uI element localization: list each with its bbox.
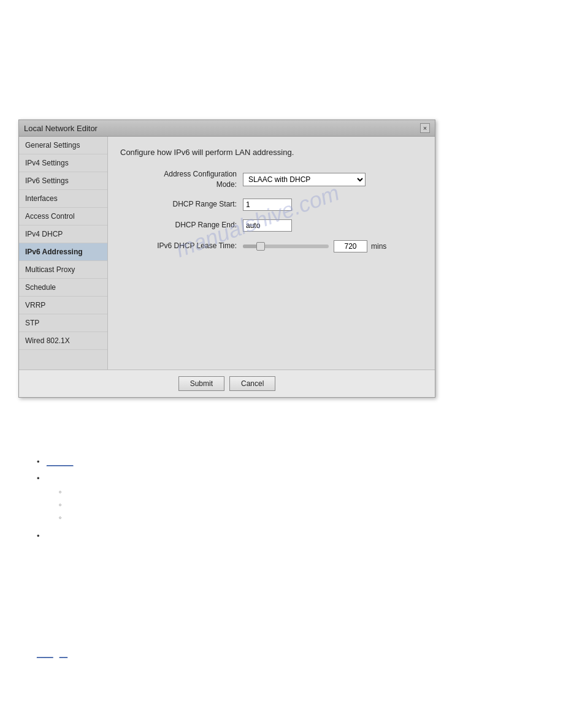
sub-list	[47, 485, 540, 524]
dhcp-range-end-row: DHCP Range End:	[120, 219, 423, 232]
dhcp-range-start-input[interactable]	[243, 199, 292, 211]
sub-list-item	[59, 485, 540, 498]
dhcp-range-start-label: DHCP Range Start:	[120, 199, 243, 210]
dhcp-range-end-label: DHCP Range End:	[120, 220, 243, 230]
slider-container: mins	[243, 240, 386, 252]
sidebar-item-general-settings[interactable]: General Settings	[19, 137, 107, 154]
submit-button[interactable]: Submit	[178, 376, 224, 391]
bottom-link-1[interactable]: ____	[37, 650, 53, 658]
bullet-list: ______	[37, 453, 540, 544]
lease-time-unit: mins	[371, 242, 386, 251]
dhcp-range-start-row: DHCP Range Start:	[120, 199, 423, 211]
close-button[interactable]: ×	[420, 123, 430, 133]
slider-thumb[interactable]	[256, 242, 265, 251]
address-config-label: Address ConfigurationMode:	[120, 169, 243, 190]
cancel-button[interactable]: Cancel	[229, 376, 275, 391]
dialog-title: Local Network Editor	[24, 124, 98, 133]
dialog-container: Local Network Editor × General Settings …	[18, 119, 435, 398]
sub-list-item	[59, 498, 540, 511]
dialog-titlebar: Local Network Editor ×	[19, 120, 435, 137]
sidebar-item-ipv6-addressing[interactable]: IPv6 Addressing	[19, 243, 107, 261]
sidebar-item-schedule[interactable]: Schedule	[19, 279, 107, 297]
list-item	[37, 528, 540, 544]
list-item: ______	[37, 453, 540, 470]
content-description: Configure how IPv6 will perform LAN addr…	[120, 148, 423, 157]
address-config-select[interactable]: SLAAC with DHCP SLAAC DHCP Static	[243, 173, 366, 186]
bottom-link-2[interactable]: __	[59, 650, 67, 658]
content-area: Configure how IPv6 will perform LAN addr…	[108, 137, 435, 370]
list-item-link[interactable]: ______	[47, 457, 73, 466]
sidebar-item-ipv4-dhcp[interactable]: IPv4 DHCP	[19, 226, 107, 243]
address-config-row: Address ConfigurationMode: SLAAC with DH…	[120, 169, 423, 190]
slider-track	[243, 245, 329, 248]
lease-time-input[interactable]	[334, 240, 367, 252]
sidebar-item-vrrp[interactable]: VRRP	[19, 297, 107, 314]
dialog-body: General Settings IPv4 Settings IPv6 Sett…	[19, 137, 435, 370]
lease-time-label: IPv6 DHCP Lease Time:	[120, 241, 243, 251]
bottom-links: ____ __	[37, 650, 540, 658]
sidebar-item-ipv4-settings[interactable]: IPv4 Settings	[19, 154, 107, 172]
local-network-editor-dialog: Local Network Editor × General Settings …	[18, 119, 435, 398]
below-content: ______	[37, 453, 540, 544]
dialog-footer: Submit Cancel	[19, 370, 435, 397]
sidebar-item-ipv6-settings[interactable]: IPv6 Settings	[19, 172, 107, 190]
sidebar-item-interfaces[interactable]: Interfaces	[19, 190, 107, 208]
sidebar: General Settings IPv4 Settings IPv6 Sett…	[19, 137, 108, 370]
sidebar-item-stp[interactable]: STP	[19, 314, 107, 332]
sidebar-item-multicast-proxy[interactable]: Multicast Proxy	[19, 261, 107, 279]
list-item	[37, 470, 540, 528]
sub-list-item	[59, 511, 540, 524]
dhcp-range-end-input[interactable]	[243, 219, 292, 232]
list-item-text	[47, 474, 49, 483]
sidebar-item-access-control[interactable]: Access Control	[19, 208, 107, 226]
lease-time-row: IPv6 DHCP Lease Time: mins	[120, 240, 423, 252]
sidebar-item-wired-8021x[interactable]: Wired 802.1X	[19, 332, 107, 350]
